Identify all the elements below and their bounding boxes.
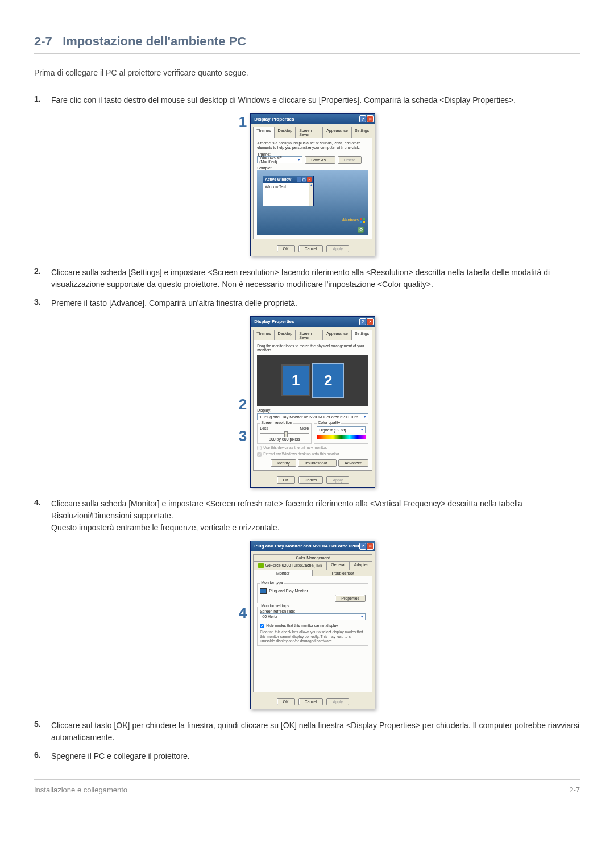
recycle-bin-icon: ♻ <box>358 227 364 233</box>
footer-right: 2-7 <box>569 786 580 794</box>
close-icon: × <box>307 177 312 182</box>
troubleshoot-button[interactable]: Troubleshoot... <box>298 459 337 467</box>
tab-settings[interactable]: Settings <box>351 330 372 340</box>
tab-troubleshoot[interactable]: Troubleshoot <box>313 570 372 576</box>
tab-desktop[interactable]: Desktop <box>275 127 296 138</box>
nvidia-icon <box>258 563 264 568</box>
cancel-button[interactable]: Cancel <box>298 698 323 705</box>
titlebar: Display Properties ? × <box>251 317 375 327</box>
cancel-button[interactable]: Cancel <box>298 245 323 252</box>
tab-strip: Color Management GeForce 6200 TurboCache… <box>251 551 375 576</box>
help-icon[interactable]: ? <box>359 318 366 325</box>
screen-resolution-label: Screen resolution <box>260 421 293 425</box>
resolution-value: 800 by 600 pixels <box>260 437 309 441</box>
refresh-rate-select[interactable]: 60 Hertz ▾ <box>260 613 366 620</box>
resolution-slider[interactable] <box>260 433 309 434</box>
extend-desktop-label: Extend my Windows desktop onto this moni… <box>263 452 340 456</box>
slider-thumb[interactable] <box>284 431 288 437</box>
refresh-rate-value: 60 Hertz <box>262 614 277 618</box>
theme-description: A theme is a background plus a set of so… <box>257 141 368 150</box>
close-icon[interactable]: × <box>367 115 374 122</box>
monitor-2[interactable]: 2 <box>312 363 344 398</box>
tab-themes[interactable]: Themes <box>253 330 274 340</box>
ok-button[interactable]: OK <box>277 476 295 484</box>
hide-modes-note: Clearing this check box allows you to se… <box>260 630 366 643</box>
tab-strip: Themes Desktop Screen Saver Appearance S… <box>251 327 375 340</box>
chevron-down-icon: ▾ <box>361 614 363 619</box>
tab-settings[interactable]: Settings <box>351 127 372 138</box>
step-6: Spegnere il PC e collegare il proiettore… <box>51 750 580 762</box>
extend-desktop-checkbox <box>257 452 262 457</box>
preview-window-text: Window Text <box>263 183 313 206</box>
tab-appearance[interactable]: Appearance <box>323 127 351 138</box>
display-select[interactable]: 1. Plug and Play Monitor on NVIDIA GeFor… <box>257 413 368 420</box>
display-value: 1. Plug and Play Monitor on NVIDIA GeFor… <box>259 415 364 419</box>
close-icon[interactable]: × <box>367 318 374 325</box>
preview-active-window: Active Window – ▢ × Window Text <box>263 176 314 206</box>
help-icon[interactable]: ? <box>359 543 366 550</box>
section-name: Impostazione dell'ambiente PC <box>63 34 246 48</box>
ok-button[interactable]: OK <box>277 698 295 705</box>
monitor-settings-label: Monitor settings <box>260 604 290 608</box>
delete-button[interactable]: Delete <box>338 156 362 164</box>
save-as-button[interactable]: Save As... <box>305 156 335 164</box>
cancel-button[interactable]: Cancel <box>298 476 323 484</box>
tab-screensaver[interactable]: Screen Saver <box>296 127 323 138</box>
hide-modes-label: Hide modes that this monitor cannot disp… <box>266 624 338 628</box>
dialog-title: Display Properties <box>254 319 294 324</box>
dialog-title: Display Properties <box>254 117 294 122</box>
windows-logo: Windows <box>342 218 366 223</box>
monitor-type-value: Plug and Play Monitor <box>269 589 308 593</box>
theme-select[interactable]: Windows XP (Modified) ▾ <box>257 156 302 163</box>
step-1: Fare clic con il tasto destro del mouse … <box>51 94 580 106</box>
monitor-properties-dialog: Plug and Play Monitor and NVIDIA GeForce… <box>250 541 375 709</box>
slider-more: More <box>300 426 309 430</box>
tab-desktop[interactable]: Desktop <box>275 330 296 340</box>
ok-button[interactable]: OK <box>277 245 295 252</box>
theme-preview: Active Window – ▢ × Window Text Windows … <box>257 170 368 235</box>
identify-button[interactable]: Identify <box>271 459 296 467</box>
step-number: 2. <box>34 267 51 290</box>
tab-themes[interactable]: Themes <box>253 127 274 138</box>
titlebar: Display Properties ? × <box>251 114 375 124</box>
chevron-down-icon: ▾ <box>364 414 366 419</box>
monitor-arrangement[interactable]: 1 2 <box>257 355 368 406</box>
help-icon[interactable]: ? <box>359 115 366 122</box>
primary-monitor-checkbox <box>257 446 262 450</box>
advanced-button[interactable]: Advanced <box>338 459 368 467</box>
color-quality-label: Color quality <box>317 421 341 425</box>
step-number: 3. <box>34 297 51 309</box>
tab-appearance[interactable]: Appearance <box>323 330 351 340</box>
tab-adapter[interactable]: Adapter <box>350 561 372 570</box>
preview-window-title: Active Window <box>265 177 291 181</box>
tab-general[interactable]: General <box>326 561 349 570</box>
apply-button[interactable]: Apply <box>326 476 349 484</box>
properties-button[interactable]: Properties <box>335 595 366 602</box>
close-icon[interactable]: × <box>367 543 374 550</box>
callout-marker-3: 3 <box>239 427 247 445</box>
callout-marker-1: 1 <box>239 113 247 131</box>
display-properties-themes-dialog: Display Properties ? × Themes Desktop Sc… <box>250 113 375 256</box>
color-quality-select[interactable]: Highest (32 bit) ▾ <box>317 426 366 433</box>
monitor-type-label: Monitor type <box>260 580 284 584</box>
display-properties-settings-dialog: Display Properties ? × Themes Desktop Sc… <box>250 316 375 488</box>
step-number: 6. <box>34 750 51 762</box>
titlebar: Plug and Play Monitor and NVIDIA GeForce… <box>251 541 375 551</box>
footer-left: Installazione e collegamento <box>34 786 127 794</box>
tab-color-management[interactable]: Color Management <box>253 554 372 561</box>
apply-button[interactable]: Apply <box>326 245 349 252</box>
tab-strip: Themes Desktop Screen Saver Appearance S… <box>251 124 375 137</box>
tab-screensaver[interactable]: Screen Saver <box>296 330 323 340</box>
step-4b: Questo imposterà entrambe le frequenze, … <box>51 523 280 532</box>
drag-instruction: Drag the monitor icons to match the phys… <box>257 344 368 353</box>
primary-monitor-label: Use this device as the primary monitor. <box>263 446 327 450</box>
chevron-down-icon: ▾ <box>361 427 363 432</box>
tab-geforce[interactable]: GeForce 6200 TurboCache(TM) <box>253 561 326 570</box>
monitor-1[interactable]: 1 <box>281 364 310 396</box>
chevron-down-icon: ▾ <box>298 157 300 162</box>
step-3: Premere il tasto [Advance]. Comparirà un… <box>51 297 580 309</box>
refresh-rate-label: Screen refresh rate: <box>260 609 366 613</box>
tab-monitor[interactable]: Monitor <box>253 570 313 576</box>
hide-modes-checkbox[interactable] <box>260 624 264 628</box>
apply-button[interactable]: Apply <box>326 698 349 705</box>
